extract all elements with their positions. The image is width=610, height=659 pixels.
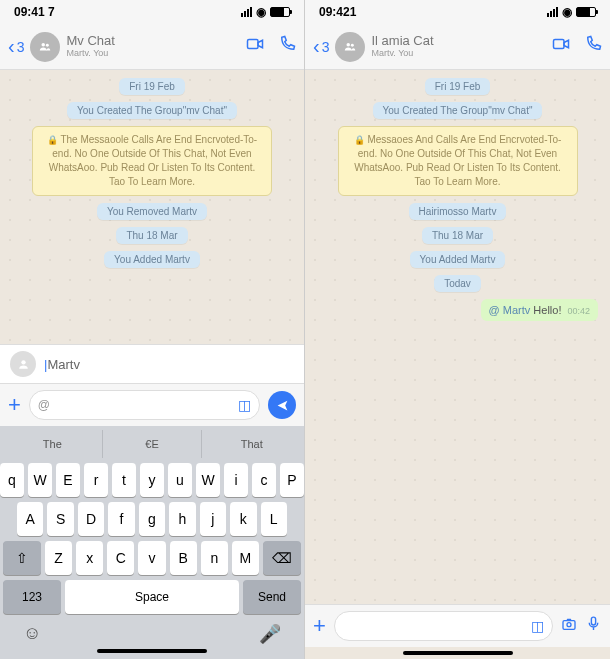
key[interactable]: B (170, 541, 197, 575)
camera-icon (561, 616, 577, 632)
signal-icon (241, 7, 252, 17)
chevron-left-icon: ‹ (8, 35, 15, 58)
status-time: 09:421 (319, 5, 356, 19)
svg-rect-7 (563, 621, 575, 630)
voice-call-button[interactable] (584, 35, 602, 58)
chat-header: ‹ 3 Mv Chat Martv. You (0, 24, 304, 70)
video-icon (246, 35, 264, 53)
key[interactable]: x (76, 541, 103, 575)
key[interactable]: v (138, 541, 165, 575)
key[interactable]: n (201, 541, 228, 575)
key[interactable]: A (17, 502, 43, 536)
sent-message[interactable]: @ Martv Hello! 00:42 (481, 299, 598, 321)
home-indicator[interactable] (403, 651, 513, 655)
sticker-icon[interactable]: ◫ (238, 397, 251, 413)
numeric-key[interactable]: 123 (3, 580, 61, 614)
video-call-button[interactable] (552, 35, 570, 58)
chat-info[interactable]: Il amia Cat Martv. You (371, 34, 546, 58)
key[interactable]: L (261, 502, 287, 536)
date-pill: Thu 18 Mar (116, 227, 187, 244)
messages-area[interactable]: Fri 19 Feb You Created The Group"mv Chat… (305, 70, 610, 604)
key[interactable]: C (107, 541, 134, 575)
group-icon (343, 40, 357, 54)
mention-suggestion[interactable]: Martv (0, 344, 304, 383)
key[interactable]: P (280, 463, 304, 497)
input-text: @ (38, 398, 50, 412)
wifi-icon: ◉ (256, 5, 266, 19)
backspace-key[interactable]: ⌫ (263, 541, 301, 575)
back-button[interactable]: ‹ 3 (313, 35, 329, 58)
key[interactable]: u (168, 463, 192, 497)
system-message: You Removed Martv (97, 203, 207, 220)
group-avatar[interactable] (30, 32, 60, 62)
video-call-button[interactable] (246, 35, 264, 58)
svg-point-5 (351, 43, 354, 46)
svg-rect-9 (591, 617, 595, 625)
phone-icon (584, 35, 602, 53)
date-pill: Fri 19 Feb (425, 78, 491, 95)
key[interactable]: j (200, 502, 226, 536)
message-input[interactable]: @ ◫ (29, 390, 260, 420)
lock-icon: 🔒 (354, 135, 365, 145)
suggestion[interactable]: €E (103, 430, 203, 458)
svg-rect-2 (248, 40, 259, 49)
status-bar: 09:41 7 ◉ (0, 0, 304, 24)
suggestion[interactable]: That (202, 430, 301, 458)
encryption-notice[interactable]: 🔒 The Messaoole Calls Are End Encrvoted-… (32, 126, 272, 196)
attach-button[interactable]: + (313, 613, 326, 639)
key[interactable]: g (139, 502, 165, 536)
sticker-icon[interactable]: ◫ (531, 618, 544, 634)
key[interactable]: f (108, 502, 134, 536)
back-count: 3 (17, 39, 25, 55)
svg-rect-6 (554, 40, 565, 49)
key[interactable]: q (0, 463, 24, 497)
key[interactable]: M (232, 541, 259, 575)
messages-area[interactable]: Fri 19 Feb You Created The Group"mv Chat… (0, 70, 304, 344)
key[interactable]: Z (45, 541, 72, 575)
battery-icon (576, 7, 596, 17)
system-message: Hairimosso Martv (409, 203, 507, 220)
key[interactable]: W (196, 463, 220, 497)
battery-icon (270, 7, 290, 17)
key[interactable]: i (224, 463, 248, 497)
send-icon (276, 399, 289, 412)
encryption-notice[interactable]: 🔒 Messaoes And Calls Are End Encrvoted-T… (338, 126, 578, 196)
attach-button[interactable]: + (8, 392, 21, 418)
lock-icon: 🔒 (47, 135, 58, 145)
mention: @ Martv (489, 304, 531, 316)
mic-button[interactable] (585, 615, 602, 637)
group-avatar[interactable] (335, 32, 365, 62)
send-button[interactable] (268, 391, 296, 419)
emoji-button[interactable]: ☺ (23, 623, 41, 645)
key[interactable]: y (140, 463, 164, 497)
group-icon (38, 40, 52, 54)
chat-subtitle: Martv. You (66, 49, 240, 59)
phone-icon (278, 35, 296, 53)
suggestion[interactable]: The (3, 430, 103, 458)
keyboard: The €E That q W E r t y u W i c P A S D (0, 426, 304, 659)
key[interactable]: E (56, 463, 80, 497)
dictate-button[interactable]: 🎤 (259, 623, 281, 645)
message-input[interactable]: ◫ (334, 611, 553, 641)
key[interactable]: r (84, 463, 108, 497)
key[interactable]: h (169, 502, 195, 536)
key[interactable]: k (230, 502, 256, 536)
shift-key[interactable]: ⇧ (3, 541, 41, 575)
chat-subtitle: Martv. You (371, 49, 546, 59)
key[interactable]: t (112, 463, 136, 497)
key[interactable]: S (47, 502, 73, 536)
chat-title: Mv Chat (66, 34, 240, 48)
key[interactable]: D (78, 502, 104, 536)
space-key[interactable]: Space (65, 580, 239, 614)
chat-info[interactable]: Mv Chat Martv. You (66, 34, 240, 58)
voice-call-button[interactable] (278, 35, 296, 58)
key[interactable]: c (252, 463, 276, 497)
back-button[interactable]: ‹ 3 (8, 35, 24, 58)
chat-header: ‹ 3 Il amia Cat Martv. You (305, 24, 610, 70)
signal-icon (547, 7, 558, 17)
keyboard-send-key[interactable]: Send (243, 580, 301, 614)
camera-button[interactable] (561, 616, 577, 636)
svg-point-4 (347, 42, 351, 46)
home-indicator[interactable] (97, 649, 207, 653)
key[interactable]: W (28, 463, 52, 497)
